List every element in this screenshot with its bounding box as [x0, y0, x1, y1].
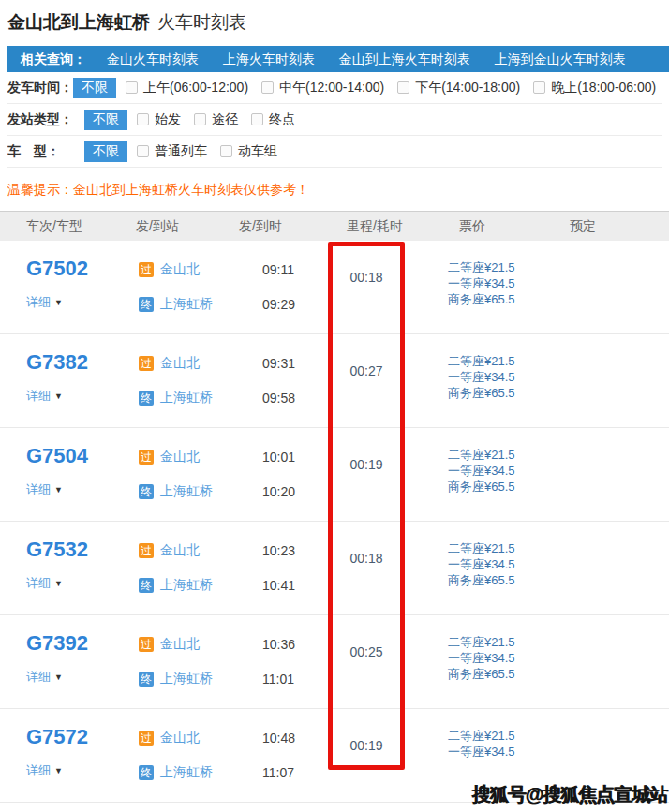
filter-option[interactable]: 途径 — [194, 111, 238, 128]
booking-cell — [607, 428, 669, 521]
filter-option-label: 上午(06:00-12:00) — [143, 80, 248, 96]
filter-options: 始发 途径 终点 — [137, 111, 308, 128]
pass-badge: 过 — [139, 262, 154, 277]
prices-cell: 二等座¥21.5一等座¥34.5商务座¥65.5 — [448, 522, 607, 614]
detail-label: 详细 — [26, 669, 51, 686]
price-line: 二等座¥21.5 — [448, 634, 607, 650]
related-query-link[interactable]: 上海到金山火车时刻表 — [495, 52, 626, 66]
arrival-station-link[interactable]: 上海虹桥 — [160, 671, 213, 687]
table-row: G7392 详细 ▼ 过 金山北 终 上海虹桥 10:36 11:01 00:2… — [0, 615, 669, 709]
filter-option[interactable]: 普通列车 — [137, 143, 207, 160]
related-queries-bar: 相关查询： 金山火车时刻表 上海火车时刻表 金山到上海火车时刻表 上海到金山火车… — [7, 46, 669, 72]
checkbox-icon — [397, 81, 409, 94]
filter-option-label: 始发 — [155, 111, 181, 128]
departure-station-line: 过 金山北 — [139, 729, 262, 747]
chevron-down-icon: ▼ — [54, 298, 63, 307]
detail-label: 详细 — [26, 388, 51, 405]
train-cell: G7382 详细 ▼ — [26, 334, 139, 427]
departure-station-link[interactable]: 金山北 — [160, 636, 200, 653]
duration-cell: 00:18 — [328, 241, 405, 333]
related-query-link[interactable]: 上海火车时刻表 — [223, 52, 315, 66]
filter-label: 车 型： — [7, 143, 84, 160]
price-line: 二等座¥21.5 — [448, 447, 607, 463]
filter-label: 发站类型： — [7, 111, 84, 128]
checkbox-icon — [194, 113, 206, 125]
duration-cell: 00:27 — [328, 334, 405, 427]
arrival-time: 11:01 — [262, 670, 328, 688]
unlimited-button[interactable]: 不限 — [84, 110, 127, 130]
table-row: G7502 详细 ▼ 过 金山北 终 上海虹桥 09:11 09:29 00:1… — [0, 241, 669, 334]
detail-toggle[interactable]: 详细 ▼ — [26, 294, 139, 311]
related-links: 金山火车时刻表 上海火车时刻表 金山到上海火车时刻表 上海到金山火车时刻表 — [86, 46, 626, 72]
train-number-link[interactable]: G7572 — [26, 725, 88, 749]
unlimited-button[interactable]: 不限 — [73, 78, 116, 98]
filter-option-label: 晚上(18:00-06:00) — [551, 80, 656, 96]
departure-station-link[interactable]: 金山北 — [160, 261, 200, 278]
spacer — [405, 334, 448, 427]
filter-options: 上午(06:00-12:00) 中午(12:00-14:00) 下午(14:00… — [126, 80, 669, 96]
times-cell: 09:31 09:58 — [262, 334, 328, 427]
detail-toggle[interactable]: 详细 ▼ — [26, 575, 139, 592]
price-line: 二等座¥21.5 — [448, 728, 607, 744]
column-header: 发/到站 — [136, 218, 239, 235]
departure-station-line: 过 金山北 — [139, 354, 262, 373]
detail-label: 详细 — [26, 575, 51, 592]
arrival-station-link[interactable]: 上海虹桥 — [160, 483, 213, 500]
filter-option[interactable]: 下午(14:00-18:00) — [397, 80, 520, 96]
arrival-station-link[interactable]: 上海虹桥 — [160, 296, 213, 313]
departure-station-link[interactable]: 金山北 — [160, 449, 200, 465]
train-cell: G7502 详细 ▼ — [26, 241, 139, 333]
price-line: 商务座¥65.5 — [448, 385, 607, 401]
price-line: 一等座¥34.5 — [448, 650, 607, 666]
booking-cell — [607, 241, 669, 333]
detail-toggle[interactable]: 详细 ▼ — [26, 388, 139, 405]
train-number-link[interactable]: G7532 — [26, 538, 88, 562]
booking-cell — [607, 522, 669, 614]
filter-option[interactable]: 上午(06:00-12:00) — [126, 80, 248, 96]
arrival-station-link[interactable]: 上海虹桥 — [160, 577, 213, 594]
filter-option[interactable]: 晚上(18:00-06:00) — [533, 80, 656, 96]
detail-label: 详细 — [26, 481, 51, 498]
filter-option[interactable]: 终点 — [251, 111, 295, 128]
checkbox-icon — [261, 81, 274, 94]
filter-option[interactable]: 动车组 — [220, 143, 277, 160]
train-number-link[interactable]: G7502 — [26, 257, 88, 281]
terminal-badge: 终 — [139, 765, 154, 780]
filter-option[interactable]: 始发 — [137, 111, 181, 128]
train-number-link[interactable]: G7504 — [26, 444, 88, 468]
train-number-link[interactable]: G7392 — [26, 631, 88, 656]
arrival-station-link[interactable]: 上海虹桥 — [160, 764, 213, 781]
arrival-station-link[interactable]: 上海虹桥 — [160, 390, 213, 406]
spacer — [405, 709, 448, 802]
departure-station-link[interactable]: 金山北 — [160, 542, 200, 559]
departure-station-link[interactable]: 金山北 — [160, 355, 200, 372]
unlimited-button[interactable]: 不限 — [84, 141, 127, 162]
departure-station-link[interactable]: 金山北 — [160, 730, 200, 746]
train-number-link[interactable]: G7382 — [26, 350, 88, 375]
train-cell: G7532 详细 ▼ — [26, 522, 139, 614]
stations-cell: 过 金山北 终 上海虹桥 — [139, 428, 262, 521]
related-query-link[interactable]: 金山到上海火车时刻表 — [339, 52, 470, 66]
detail-label: 详细 — [26, 762, 51, 779]
filter-row: 发站类型： 不限 始发 途径 终点 — [7, 104, 662, 136]
detail-toggle[interactable]: 详细 ▼ — [26, 669, 139, 686]
stations-cell: 过 金山北 终 上海虹桥 — [139, 615, 262, 708]
detail-toggle[interactable]: 详细 ▼ — [26, 762, 139, 779]
filter-option-label: 途径 — [212, 111, 238, 128]
filter-option[interactable]: 中午(12:00-14:00) — [261, 80, 384, 96]
column-header: 里程/耗时 — [347, 218, 459, 235]
arrival-time: 09:58 — [262, 389, 328, 407]
filter-label: 发车时间： — [7, 80, 73, 96]
spacer — [405, 615, 448, 708]
detail-toggle[interactable]: 详细 ▼ — [26, 481, 139, 498]
price-line: 二等座¥21.5 — [448, 540, 607, 556]
pass-badge: 过 — [139, 637, 154, 652]
watermark-text: 搜狐号@搜狐焦点宣城站 — [471, 782, 667, 807]
departure-station-line: 过 金山北 — [139, 260, 262, 279]
stations-cell: 过 金山北 终 上海虹桥 — [139, 334, 262, 427]
related-query-link[interactable]: 金山火车时刻表 — [107, 52, 199, 66]
times-cell: 10:23 10:41 — [262, 522, 328, 614]
checkbox-icon — [220, 145, 232, 157]
column-header: 预定 — [570, 218, 669, 235]
spacer — [405, 241, 448, 333]
